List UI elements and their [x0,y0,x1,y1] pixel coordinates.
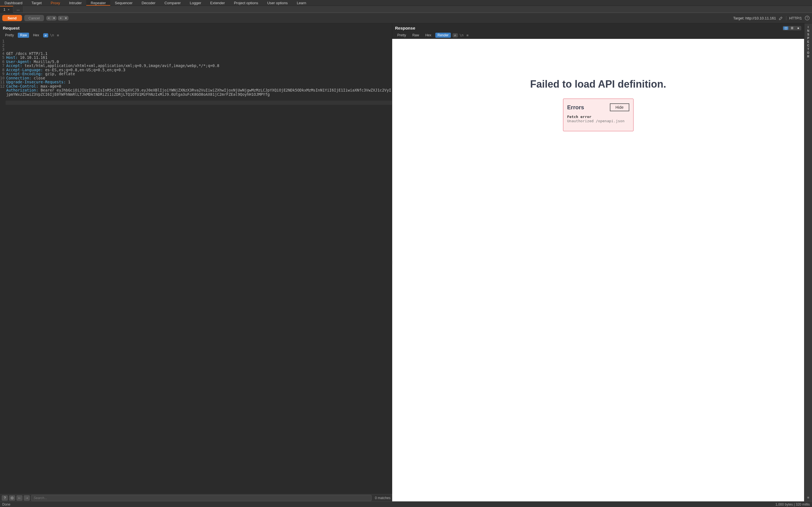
menu-target[interactable]: Target [27,0,46,6]
repeater-toolbar: Send Cancel <▾ >▾ Target: http://10.10.1… [0,13,812,23]
resp-views-raw[interactable]: Raw [410,33,421,38]
menu-repeater[interactable]: Repeater [86,0,110,6]
resp-views-render[interactable]: Render [435,33,451,38]
line-gutter: 123456789101112 [0,39,6,501]
subtab-active[interactable]: 1 × [0,6,13,13]
subtab-label: 1 [3,7,5,11]
inspector-rail[interactable]: INSPECTOR ≡ [804,23,812,501]
edit-target-icon[interactable] [779,16,783,20]
menu-dashboard[interactable]: Dashboard [0,0,27,6]
status-left: Done [2,503,10,506]
status-bar: Done 1,000 bytes | 320 millis [0,501,812,507]
request-menu-icon[interactable]: ≡ [57,33,59,38]
split-drag-handle[interactable]: ⋮ [391,261,394,265]
menu-decoder[interactable]: Decoder [137,0,160,6]
resp-wrap-icon[interactable]: ⇄ [453,33,458,38]
menu-project-options[interactable]: Project options [230,0,263,6]
history-back-button[interactable]: <▾ [46,16,57,20]
menu-extender[interactable]: Extender [206,0,230,6]
target-label: Target: http://10.10.11.161 [733,16,776,20]
layout-toggle: ◫ ☰ ■ [783,26,801,31]
req-views-hex[interactable]: Hex [31,33,41,38]
menu-sequencer[interactable]: Sequencer [110,0,137,6]
cancel-button[interactable]: Cancel [24,15,44,21]
search-matches: 0 matches [375,496,391,500]
request-editor[interactable]: 123456789101112 GET /docs HTTP/1.1Host: … [0,39,392,501]
search-help-icon[interactable]: ? [2,495,8,501]
response-pane: Response ◫ ☰ ■ PrettyRawHexRender⇄\n≡ Fa… [392,23,804,501]
search-prev-button[interactable]: ← [16,495,22,501]
hide-button[interactable]: Hide [610,103,629,111]
subtab-add[interactable]: ... [13,6,23,12]
response-menu-icon[interactable]: ≡ [466,33,469,38]
history-forward-button[interactable]: >▾ [58,16,68,20]
send-button[interactable]: Send [2,15,22,21]
inspector-label: INSPECTOR [807,25,810,59]
error-type: Fetch error [567,115,629,119]
show-newlines-icon[interactable]: \n [50,33,54,37]
subtab-dots: ... [17,7,20,11]
help-icon[interactable]: ? [805,15,810,20]
errors-title: Errors [567,104,584,111]
response-title: Response [395,25,415,31]
menu-learn[interactable]: Learn [292,0,311,6]
layout-single-icon[interactable]: ■ [796,26,801,30]
request-title: Request [3,25,19,31]
subtab-bar: 1 × ... [0,6,812,13]
svg-text:?: ? [806,16,808,20]
error-detail: Unauthorized /openapi.json [567,119,629,123]
request-code[interactable]: GET /docs HTTP/1.1Host: 10.10.11.161User… [6,39,392,501]
response-render: Failed to load API definition. Errors Hi… [392,39,804,501]
resp-views-hex[interactable]: Hex [423,33,434,38]
menu-intruder[interactable]: Intruder [64,0,86,6]
menu-logger[interactable]: Logger [185,0,206,6]
menu-user-options[interactable]: User options [263,0,292,6]
inspector-menu-icon[interactable]: ≡ [807,496,809,500]
request-format-bar: PrettyRawHex⇄\n≡ [0,32,392,39]
layout-split-icon[interactable]: ◫ [783,26,788,30]
menu-proxy[interactable]: Proxy [46,0,64,6]
svg-point-2 [11,497,13,499]
close-icon[interactable]: × [8,8,9,11]
error-box: Errors Hide Fetch error Unauthorized /op… [563,99,633,131]
search-settings-icon[interactable] [9,495,15,501]
http-version-label[interactable]: HTTP/1 [786,16,802,20]
menu-comparer[interactable]: Comparer [160,0,185,6]
layout-horizontal-icon[interactable]: ☰ [790,26,795,30]
render-heading: Failed to load API definition. [530,78,666,90]
search-bar: ? ← → 0 matches [0,494,392,501]
req-views-raw[interactable]: Raw [18,33,29,38]
wrap-toggle-icon[interactable]: ⇄ [43,33,49,38]
main-split: Request PrettyRawHex⇄\n≡ 123456789101112… [0,23,812,501]
search-input[interactable] [31,495,371,501]
status-right: 1,000 bytes | 320 millis [775,503,810,506]
resp-views-pretty[interactable]: Pretty [395,33,408,38]
request-pane: Request PrettyRawHex⇄\n≡ 123456789101112… [0,23,392,501]
req-views-pretty[interactable]: Pretty [3,33,16,38]
resp-newlines-icon[interactable]: \n [460,33,463,37]
response-format-bar: PrettyRawHexRender⇄\n≡ [392,32,804,39]
top-menubar: DashboardTargetProxyIntruderRepeaterSequ… [0,0,812,6]
search-next-button[interactable]: → [24,495,30,501]
